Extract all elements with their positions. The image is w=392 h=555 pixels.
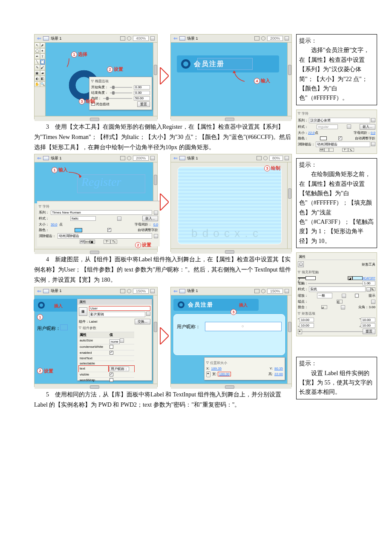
cap-btn[interactable]: ⊏ (337, 300, 343, 304)
hscroll[interactable] (171, 384, 291, 389)
stroke-swatch[interactable] (306, 276, 316, 280)
zoom-value[interactable]: 150% (133, 289, 149, 294)
back-icon[interactable]: ⇐ (37, 35, 41, 41)
inner-slider[interactable] (103, 98, 132, 99)
tool-hand[interactable]: ✋ (35, 81, 40, 87)
zoom-dd-icon[interactable] (285, 156, 289, 160)
m-series-dd[interactable] (371, 118, 375, 122)
zoom-value[interactable]: 80% (269, 156, 283, 161)
back-icon[interactable]: ⇐ (173, 155, 178, 161)
m-embed[interactable]: 嵌入... (360, 124, 375, 130)
disp-dd[interactable] (146, 312, 150, 316)
tl-v[interactable]: 10.00 (300, 318, 314, 322)
zoom-value[interactable]: 150% (267, 289, 283, 294)
hscroll[interactable] (35, 384, 157, 389)
vscroll[interactable] (287, 295, 291, 384)
zoom-dd-icon[interactable] (285, 289, 289, 293)
zoom-value[interactable]: 200% (267, 36, 283, 41)
tool-lasso[interactable]: ◯ (35, 48, 40, 54)
auto-kern-chk[interactable] (107, 228, 111, 232)
series-dd-icon[interactable] (154, 211, 158, 215)
autosize-dd[interactable] (120, 338, 124, 343)
aa-val[interactable]: 动画消除锯齿 (58, 233, 152, 239)
tool-dropper[interactable]: ◐ (35, 76, 40, 81)
series-input[interactable]: Times New Roman (51, 210, 152, 215)
corner-slider[interactable] (302, 331, 363, 332)
vscroll[interactable] (287, 43, 291, 116)
end-val[interactable]: 0.00 (134, 91, 150, 95)
cw-chk[interactable] (110, 345, 113, 349)
vscroll[interactable] (153, 162, 157, 203)
vscroll[interactable] (287, 162, 291, 249)
swap-button[interactable]: 交换... (135, 319, 150, 324)
ww-chk[interactable] (110, 378, 113, 382)
back-icon[interactable]: ⇐ (173, 288, 178, 294)
hscroll[interactable] (171, 249, 291, 254)
bl-v[interactable]: 10.00 (300, 323, 314, 328)
cap-dd[interactable] (371, 300, 375, 304)
tool-sub[interactable]: ⬈ (40, 43, 46, 48)
m-color-swatch[interactable] (320, 136, 327, 140)
edit-style-icon[interactable]: ✎ (371, 287, 375, 291)
rscale-dd[interactable] (342, 294, 346, 298)
textinput-instance[interactable]: ○ (205, 322, 282, 331)
instance-name-input[interactable]: User (89, 306, 150, 311)
disp-type[interactable]: 影片剪辑 (89, 312, 145, 317)
tool-text[interactable]: T (40, 54, 46, 59)
tool-arrow[interactable]: ↖ (35, 43, 40, 48)
tool-line[interactable]: ╲ (35, 59, 40, 65)
zoom-dd-icon[interactable] (150, 36, 155, 40)
hscroll[interactable] (171, 116, 291, 121)
m-aa-dd[interactable] (371, 142, 375, 146)
fill-swatch[interactable] (352, 276, 363, 280)
y-v[interactable]: 80.35 (274, 367, 283, 370)
join-dd[interactable] (341, 305, 345, 309)
start-slider[interactable] (110, 87, 132, 88)
back-icon[interactable]: ⇐ (37, 155, 41, 161)
end-slider[interactable] (110, 92, 132, 93)
en-chk[interactable] (110, 351, 113, 355)
rscale-v[interactable]: 一般 (317, 293, 332, 298)
stroke-h[interactable]: 1.00 (363, 281, 375, 286)
color-swatch[interactable] (75, 228, 82, 232)
tool-pen[interactable]: ✒ (35, 54, 40, 59)
hscroll[interactable] (35, 249, 157, 254)
vis-chk[interactable] (110, 373, 113, 376)
script-btns[interactable]: T¹T₁ (104, 240, 117, 244)
tool-oval[interactable]: ◯ (40, 59, 46, 65)
m-btns-r[interactable]: T¹T₁ (342, 148, 354, 152)
zoom-dd-icon[interactable] (150, 156, 155, 160)
vscroll[interactable] (153, 43, 157, 116)
link-corners-icon[interactable]: ⚭ (298, 329, 302, 334)
style-dd-icon[interactable] (117, 217, 121, 221)
m-series[interactable]: 汉仪菱心体简 (309, 118, 370, 123)
tool-paint[interactable]: ▣ (35, 70, 40, 76)
m-sp[interactable]: 0.0 (371, 131, 375, 135)
zoom-value[interactable]: 200% (133, 156, 149, 161)
zoom-value[interactable]: 400% (133, 36, 149, 41)
label-instance[interactable] (60, 324, 68, 330)
link-icon[interactable]: ⚭ (206, 371, 210, 377)
spacing-val[interactable]: 0.0 (153, 223, 158, 226)
hint-chk[interactable] (355, 294, 359, 298)
aa-dd-icon[interactable] (154, 234, 158, 238)
m-btns-l[interactable]: AB (320, 148, 334, 152)
start-val[interactable]: 0.00 (134, 85, 150, 90)
fill-ico[interactable]: ◪ (348, 276, 352, 280)
embed-button[interactable]: 嵌入... (142, 216, 158, 221)
reset-button[interactable]: 重置 (137, 101, 150, 107)
vscroll[interactable] (153, 295, 157, 384)
tool-pencil[interactable]: ✎ (35, 65, 40, 70)
size-val[interactable]: 30.0 (51, 223, 58, 226)
text-val[interactable]: 用户昵称： (110, 367, 129, 371)
tool-wand[interactable]: ✦ (40, 48, 46, 54)
m-size[interactable]: 22.0 (308, 131, 315, 135)
zoom-dd-icon[interactable] (150, 289, 155, 293)
m-auto-chk[interactable] (338, 136, 342, 140)
zoom-dd-icon[interactable] (285, 36, 289, 40)
tool-brush[interactable]: 🖌 (40, 65, 46, 70)
x-v[interactable]: 189.35 (211, 367, 222, 370)
br-v[interactable]: 10.00 (361, 323, 375, 328)
tool-zoom[interactable]: 🔍 (40, 81, 46, 87)
style-input[interactable]: Italic (70, 216, 96, 221)
